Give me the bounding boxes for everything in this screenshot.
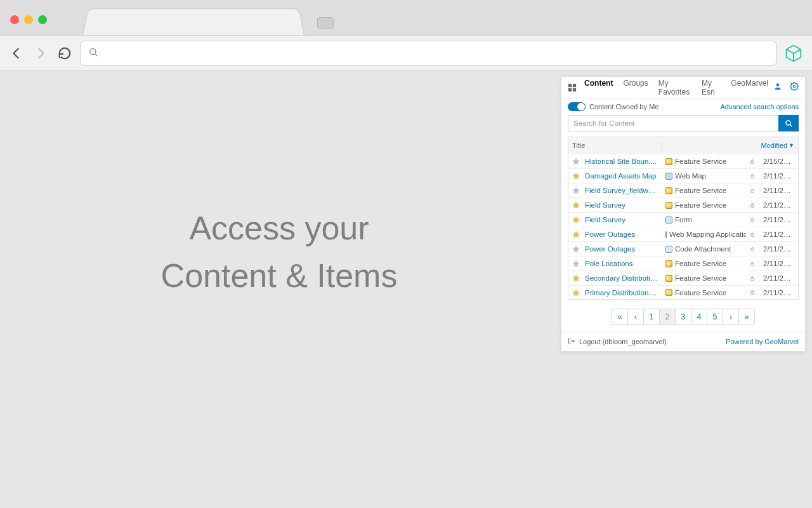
headline: Access your Content & Items: [0, 71, 558, 508]
type-icon: [665, 217, 672, 224]
type-icon: [665, 289, 672, 296]
item-title-link[interactable]: Power Outages: [581, 231, 662, 238]
back-button[interactable]: [8, 44, 25, 62]
favorite-star[interactable]: [568, 187, 581, 194]
svg-rect-13: [751, 161, 754, 163]
svg-marker-14: [573, 173, 579, 179]
item-title-link[interactable]: Pole Locations: [581, 260, 662, 267]
header-modified[interactable]: Modified▼: [757, 142, 799, 149]
favorite-star[interactable]: [568, 157, 581, 165]
page-3[interactable]: 3: [675, 309, 691, 325]
viewport: Access your Content & Items ContentGroup…: [0, 71, 812, 508]
nav-tab-my-favorites[interactable]: My Favorites: [653, 79, 697, 97]
svg-marker-30: [573, 290, 579, 296]
owned-label: Content Owned by Me: [589, 103, 658, 110]
type-icon: [665, 275, 672, 282]
favorite-star[interactable]: [568, 201, 581, 209]
lock-icon: [746, 289, 759, 296]
header-title[interactable]: Title: [568, 142, 662, 149]
headline-text: Access your Content & Items: [161, 204, 398, 300]
table-row: Power OutagesWeb Mapping Application2/11…: [568, 227, 798, 241]
apps-icon[interactable]: [565, 83, 579, 92]
page-next[interactable]: ›: [723, 309, 739, 325]
item-title-link[interactable]: Field Survey: [581, 216, 662, 224]
item-type: Feature Service: [662, 201, 746, 209]
favorite-star[interactable]: [568, 172, 581, 180]
lock-icon: [746, 231, 759, 238]
forward-button[interactable]: [32, 44, 49, 62]
svg-line-11: [790, 124, 792, 126]
lock-icon: [746, 217, 759, 224]
search-row: [561, 115, 805, 137]
page-1[interactable]: 1: [643, 309, 660, 325]
browser-tab[interactable]: [82, 8, 304, 35]
svg-rect-21: [751, 220, 754, 222]
pagination: «‹12345›»: [561, 300, 805, 331]
favorite-star[interactable]: [568, 231, 581, 238]
item-title-link[interactable]: Historical Site Boun....: [581, 157, 662, 165]
lock-icon: [746, 202, 759, 209]
table-row: Damaged Assets MapWeb Map2/11/2019: [568, 168, 798, 183]
svg-rect-17: [751, 190, 754, 192]
type-icon: [665, 246, 672, 253]
search-button[interactable]: [778, 115, 799, 131]
svg-rect-23: [751, 234, 754, 236]
owned-toggle[interactable]: [568, 102, 586, 111]
item-title-link[interactable]: Power Outages: [581, 245, 662, 253]
nav-tab-content[interactable]: Content: [579, 79, 618, 97]
svg-rect-15: [751, 176, 754, 178]
svg-rect-5: [573, 83, 576, 86]
svg-marker-24: [573, 246, 579, 252]
item-date: 2/11/2019: [759, 245, 798, 253]
page-prev[interactable]: ‹: [627, 309, 644, 325]
item-title-link[interactable]: Field Survey: [581, 201, 662, 209]
favorite-star[interactable]: [568, 289, 581, 297]
svg-marker-18: [573, 202, 579, 208]
powered-by-link[interactable]: Powered by GeoMarvel: [726, 338, 799, 345]
svg-marker-28: [573, 275, 579, 281]
item-title-link[interactable]: Secondary Distributi....: [581, 274, 662, 282]
advanced-search-link[interactable]: Advanced search options: [720, 103, 799, 110]
favorite-star[interactable]: [568, 216, 581, 224]
item-title-link[interactable]: Field Survey_fieldwo...: [581, 187, 662, 194]
reload-button[interactable]: [56, 44, 74, 62]
table-row: Primary Distribution....Feature Service2…: [568, 285, 798, 300]
type-icon: [665, 260, 672, 267]
panel-nav: ContentGroupsMy FavoritesMy EsriGeoMarve…: [561, 77, 805, 98]
favorite-star[interactable]: [568, 260, 581, 267]
page-last[interactable]: »: [738, 309, 755, 325]
table-row: Pole LocationsFeature Service2/11/2019: [568, 256, 798, 271]
item-title-link[interactable]: Damaged Assets Map: [581, 172, 662, 180]
item-title-link[interactable]: Primary Distribution....: [581, 289, 662, 297]
close-window[interactable]: [10, 15, 19, 24]
favorite-star[interactable]: [568, 245, 581, 253]
new-tab-button[interactable]: [317, 17, 334, 29]
item-date: 2/15/2019: [759, 157, 798, 165]
type-icon: [665, 173, 672, 180]
page-2[interactable]: 2: [659, 309, 676, 325]
logout-link[interactable]: Logout (dbloom_geomarvel): [579, 338, 667, 345]
favorite-star[interactable]: [568, 274, 581, 282]
minimize-window[interactable]: [24, 15, 33, 24]
gear-icon[interactable]: [790, 82, 799, 93]
table-row: Power OutagesCode Attachment2/11/2019: [568, 241, 798, 256]
nav-tab-geomarvel[interactable]: GeoMarvel: [726, 79, 773, 97]
item-type: Feature Service: [662, 187, 746, 194]
svg-marker-16: [573, 187, 579, 194]
lock-icon: [746, 173, 759, 180]
svg-rect-4: [568, 83, 572, 86]
maximize-window[interactable]: [38, 15, 47, 24]
page-5[interactable]: 5: [707, 309, 723, 325]
page-4[interactable]: 4: [691, 309, 707, 325]
user-icon[interactable]: [773, 82, 782, 93]
nav-tab-groups[interactable]: Groups: [618, 79, 653, 97]
extension-icon[interactable]: [783, 43, 804, 64]
content-table: Title Modified▼ Historical Site Boun....…: [568, 137, 799, 300]
page-first[interactable]: «: [612, 309, 628, 325]
search-input[interactable]: [568, 115, 778, 131]
nav-tab-my-esri[interactable]: My Esri: [697, 79, 726, 97]
svg-marker-26: [573, 260, 579, 267]
svg-rect-19: [751, 205, 754, 207]
address-bar[interactable]: [80, 41, 776, 66]
table-row: Field SurveyForm2/11/2019: [568, 212, 798, 227]
